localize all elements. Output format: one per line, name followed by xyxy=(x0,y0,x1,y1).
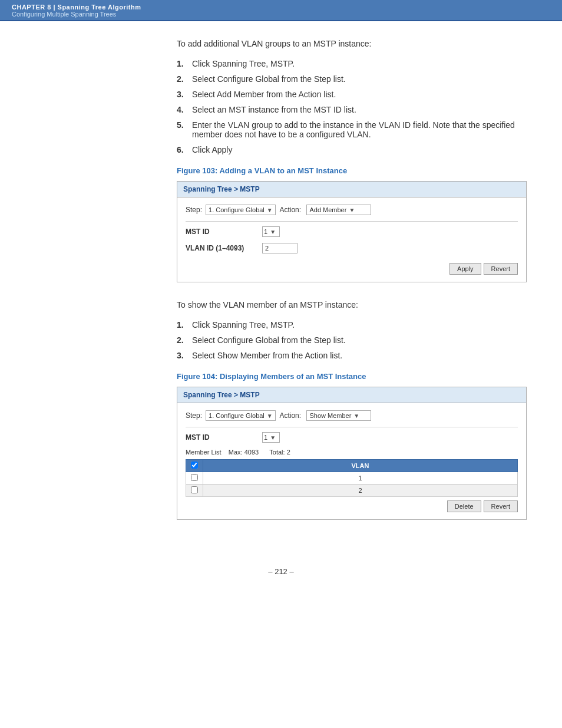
step-num-1-3: 3. xyxy=(177,90,192,99)
chapter-label: CHAPTER 8 xyxy=(12,4,51,11)
delete-button-104[interactable]: Delete xyxy=(447,500,481,512)
subsection-label: Configuring Multiple Spanning Trees xyxy=(12,11,116,18)
step-text-1-5: Enter the VLAN group to add to the insta… xyxy=(192,120,527,139)
table-row: 2 xyxy=(186,485,518,497)
step-select-value-104: 1. Configure Global xyxy=(209,412,265,419)
row1-vlan: 1 xyxy=(203,472,518,485)
figure-103-panel: Spanning Tree > MSTP Step: 1. Configure … xyxy=(177,181,527,282)
step-1-6: 6. Click Apply xyxy=(177,145,527,154)
row2-vlan: 2 xyxy=(203,485,518,497)
intro-text-2: To show the VLAN member of an MSTP insta… xyxy=(177,300,527,309)
step-action-row-103: Step: 1. Configure Global ▼ Action: Add … xyxy=(186,205,518,215)
step-select-arrow-103: ▼ xyxy=(267,207,273,213)
action-select-104[interactable]: Show Member ▼ xyxy=(306,410,371,421)
page-header: CHAPTER 8 | Spanning Tree Algorithm Conf… xyxy=(0,0,562,21)
step-num-1-1: 1. xyxy=(177,59,192,68)
step-2-1: 1. Click Spanning Tree, MSTP. xyxy=(177,320,527,330)
figure-104-caption: Figure 104: Displaying Members of an MST… xyxy=(177,372,527,381)
page-footer: – 212 – xyxy=(0,555,562,588)
step-text-2-1: Click Spanning Tree, MSTP. xyxy=(192,320,527,330)
panel-104-title: Spanning Tree > MSTP xyxy=(177,387,526,403)
mst-id-select-104[interactable]: 1 ▼ xyxy=(262,432,280,443)
step-action-row-104: Step: 1. Configure Global ▼ Action: Show… xyxy=(186,410,518,421)
step-2-2: 2. Select Configure Global from the Step… xyxy=(177,335,527,345)
vlan-id-value-103: 2 xyxy=(265,245,269,252)
step-num-1-4: 4. xyxy=(177,105,192,114)
step-1-2: 2. Select Configure Global from the Step… xyxy=(177,74,527,84)
mst-id-arrow-103: ▼ xyxy=(270,229,276,235)
table-row: 1 xyxy=(186,472,518,485)
mst-id-value-104: 1 xyxy=(264,434,267,441)
member-table: VLAN 1 2 xyxy=(186,459,518,497)
step-text-1-6: Click Apply xyxy=(192,145,527,154)
panel-104-body: Step: 1. Configure Global ▼ Action: Show… xyxy=(177,403,526,519)
step-num-2-3: 3. xyxy=(177,351,192,360)
action-select-103[interactable]: Add Member ▼ xyxy=(306,205,371,215)
action-select-arrow-103: ▼ xyxy=(349,207,355,213)
step-text-2-2: Select Configure Global from the Step li… xyxy=(192,335,527,345)
step-num-1-2: 2. xyxy=(177,74,192,84)
main-content: To add additional VLAN groups to an MSTP… xyxy=(0,21,562,555)
apply-button-103[interactable]: Apply xyxy=(449,263,481,275)
mst-id-row-104: MST ID 1 ▼ xyxy=(186,432,518,443)
step-select-103[interactable]: 1. Configure Global ▼ xyxy=(206,205,276,215)
mst-id-label-104: MST ID xyxy=(186,433,262,442)
action-select-value-104: Show Member xyxy=(309,412,351,419)
section-pipe: | xyxy=(53,4,57,11)
row2-checkbox-cell xyxy=(186,485,203,497)
step-num-2-1: 1. xyxy=(177,320,192,330)
step-num-1-5: 5. xyxy=(177,120,192,130)
step-label-103: Step: xyxy=(186,206,202,214)
mst-id-arrow-104: ▼ xyxy=(270,434,276,441)
row1-checkbox[interactable] xyxy=(191,474,198,481)
panel-103-title: Spanning Tree > MSTP xyxy=(177,182,526,197)
mst-id-row-103: MST ID 1 ▼ xyxy=(186,226,518,237)
section-label: Spanning Tree Algorithm xyxy=(58,4,141,11)
member-list-max: Max: 4093 xyxy=(229,449,259,456)
mst-id-value-103: 1 xyxy=(264,228,267,235)
step-1-5: 5. Enter the VLAN group to add to the in… xyxy=(177,120,527,139)
step-1-3: 3. Select Add Member from the Action lis… xyxy=(177,90,527,99)
step-text-1-1: Click Spanning Tree, MSTP. xyxy=(192,59,527,68)
member-list-info: Member List Max: 4093 Total: 2 xyxy=(186,449,518,456)
step-1-1: 1. Click Spanning Tree, MSTP. xyxy=(177,59,527,68)
vlan-column-header: VLAN xyxy=(203,460,518,472)
step-text-1-4: Select an MST instance from the MST ID l… xyxy=(192,105,527,114)
steps-list-1: 1. Click Spanning Tree, MSTP. 2. Select … xyxy=(177,59,527,154)
steps-list-2: 1. Click Spanning Tree, MSTP. 2. Select … xyxy=(177,320,527,360)
step-2-3: 3. Select Show Member from the Action li… xyxy=(177,351,527,360)
step-num-2-2: 2. xyxy=(177,335,192,345)
row2-checkbox[interactable] xyxy=(191,486,198,493)
vlan-id-label-103: VLAN ID (1–4093) xyxy=(186,244,262,252)
step-num-1-6: 6. xyxy=(177,145,192,154)
mst-id-label-103: MST ID xyxy=(186,228,262,236)
action-label-103: Action: xyxy=(279,206,301,214)
revert-button-104[interactable]: Revert xyxy=(484,500,518,512)
figure-104-panel: Spanning Tree > MSTP Step: 1. Configure … xyxy=(177,387,527,520)
step-text-1-3: Select Add Member from the Action list. xyxy=(192,90,527,99)
row1-checkbox-cell xyxy=(186,472,203,485)
vlan-id-row-103: VLAN ID (1–4093) 2 xyxy=(186,243,518,253)
action-select-arrow-104: ▼ xyxy=(353,413,359,419)
select-all-checkbox[interactable] xyxy=(191,462,198,469)
step-select-arrow-104: ▼ xyxy=(267,413,273,419)
revert-button-103[interactable]: Revert xyxy=(484,263,518,275)
member-list-label: Member List xyxy=(186,449,222,456)
step-label-104: Step: xyxy=(186,411,202,420)
step-text-2-3: Select Show Member from the Action list. xyxy=(192,351,527,360)
vlan-id-input-103[interactable]: 2 xyxy=(262,243,297,253)
action-select-value-103: Add Member xyxy=(309,206,346,213)
btn-row-103: Apply Revert xyxy=(186,259,518,275)
step-text-1-2: Select Configure Global from the Step li… xyxy=(192,74,527,84)
figure-103-caption: Figure 103: Adding a VLAN to an MST Inst… xyxy=(177,166,527,175)
action-label-104: Action: xyxy=(279,411,301,420)
mst-id-select-103[interactable]: 1 ▼ xyxy=(262,226,280,237)
btn-row-104: Delete Revert xyxy=(186,497,518,512)
member-list-total: Total: 2 xyxy=(269,449,290,456)
page-number: – 212 – xyxy=(268,567,293,576)
step-select-104[interactable]: 1. Configure Global ▼ xyxy=(206,410,276,421)
intro-text-1: To add additional VLAN groups to an MSTP… xyxy=(177,39,527,48)
panel-103-body: Step: 1. Configure Global ▼ Action: Add … xyxy=(177,197,526,282)
step-1-4: 4. Select an MST instance from the MST I… xyxy=(177,105,527,114)
step-select-value-103: 1. Configure Global xyxy=(209,206,265,213)
